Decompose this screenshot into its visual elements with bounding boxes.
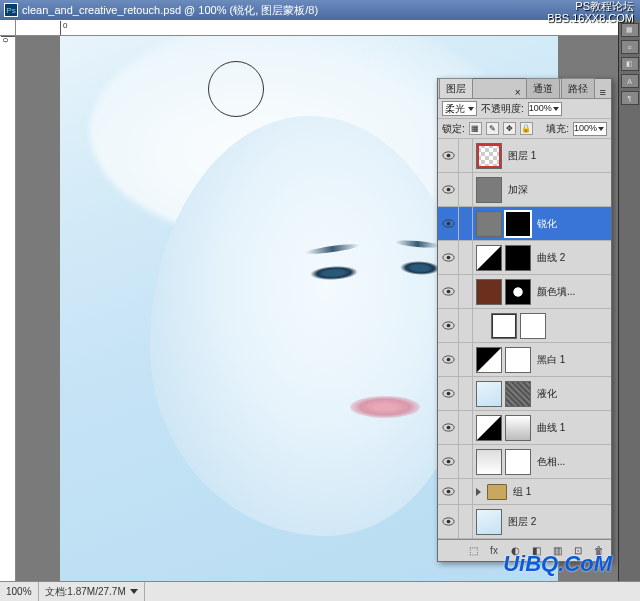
- link-layers-icon[interactable]: ⬚: [465, 544, 481, 558]
- link-column[interactable]: [459, 241, 473, 275]
- tab-channels[interactable]: 通道: [526, 78, 560, 98]
- lock-all-icon[interactable]: 🔒: [520, 122, 533, 135]
- dock-icon[interactable]: ¶: [621, 91, 639, 105]
- layer-thumb[interactable]: [476, 509, 502, 535]
- layer-thumb[interactable]: [476, 211, 502, 237]
- layers-list[interactable]: 图层 1加深锐化曲线 2颜色填...黑白 1液化曲线 1色相...组 1图层 2: [438, 139, 611, 539]
- panel-menu-icon[interactable]: ≡: [595, 86, 611, 98]
- link-column[interactable]: [459, 173, 473, 207]
- layer-thumb[interactable]: [476, 177, 502, 203]
- lock-position-icon[interactable]: ✥: [503, 122, 516, 135]
- link-column[interactable]: [459, 139, 473, 173]
- layers-panel[interactable]: 图层 × 通道 路径 ≡ 柔光 不透明度: 100% 锁定: ▦ ✎ ✥ 🔒 填…: [437, 78, 612, 562]
- dock-icon[interactable]: ≡: [621, 40, 639, 54]
- layer-name[interactable]: 色相...: [534, 455, 611, 469]
- lock-pixels-icon[interactable]: ✎: [486, 122, 499, 135]
- ruler-corner[interactable]: [0, 20, 16, 36]
- right-dock[interactable]: ▦ ≡ ◧ A ¶: [618, 20, 640, 581]
- link-column[interactable]: [459, 445, 473, 479]
- layer-fx-icon[interactable]: fx: [486, 544, 502, 558]
- layer-row[interactable]: 黑白 1: [438, 343, 611, 377]
- link-column[interactable]: [459, 275, 473, 309]
- visibility-eye-icon[interactable]: [438, 207, 459, 241]
- layer-thumb[interactable]: [520, 313, 546, 339]
- layer-thumb[interactable]: [476, 415, 502, 441]
- layer-thumb[interactable]: [505, 279, 531, 305]
- layer-thumb[interactable]: [491, 313, 517, 339]
- layer-name[interactable]: 锐化: [534, 217, 611, 231]
- layer-name[interactable]: 图层 1: [505, 149, 611, 163]
- visibility-eye-icon[interactable]: [438, 377, 459, 411]
- dock-icon[interactable]: ▦: [621, 23, 639, 37]
- chevron-down-icon[interactable]: [130, 589, 138, 594]
- dock-icon[interactable]: ◧: [621, 57, 639, 71]
- visibility-eye-icon[interactable]: [438, 139, 459, 173]
- layer-thumb[interactable]: [505, 347, 531, 373]
- layer-row[interactable]: 加深: [438, 173, 611, 207]
- layer-row[interactable]: 图层 1: [438, 139, 611, 173]
- expand-triangle-icon[interactable]: [476, 488, 481, 496]
- layer-thumb[interactable]: [505, 449, 531, 475]
- layer-thumb[interactable]: [476, 279, 502, 305]
- layer-thumb[interactable]: [505, 381, 531, 407]
- tab-close-icon[interactable]: ×: [511, 87, 525, 98]
- tab-layers[interactable]: 图层: [439, 78, 473, 98]
- link-column[interactable]: [459, 309, 473, 343]
- layer-name[interactable]: 液化: [534, 387, 611, 401]
- svg-point-5: [446, 222, 450, 226]
- lock-transparency-icon[interactable]: ▦: [469, 122, 482, 135]
- layer-thumb[interactable]: [505, 245, 531, 271]
- ruler-horizontal[interactable]: 0: [16, 20, 618, 36]
- layer-thumb[interactable]: [505, 415, 531, 441]
- visibility-eye-icon[interactable]: [438, 173, 459, 207]
- visibility-eye-icon[interactable]: [438, 411, 459, 445]
- doc-info[interactable]: 文档:1.87M/27.7M: [39, 582, 145, 601]
- layer-row[interactable]: 锐化: [438, 207, 611, 241]
- layer-name[interactable]: 颜色填...: [534, 285, 611, 299]
- link-column[interactable]: [459, 377, 473, 411]
- zoom-level[interactable]: 100%: [0, 582, 39, 601]
- visibility-eye-icon[interactable]: [438, 343, 459, 377]
- dock-icon[interactable]: A: [621, 74, 639, 88]
- lock-fill-row: 锁定: ▦ ✎ ✥ 🔒 填充: 100%: [438, 119, 611, 139]
- layer-row[interactable]: 曲线 1: [438, 411, 611, 445]
- layer-name[interactable]: 组 1: [510, 485, 611, 499]
- link-column[interactable]: [459, 411, 473, 445]
- blend-mode-dropdown[interactable]: 柔光: [442, 101, 477, 116]
- layer-thumb[interactable]: [487, 484, 507, 500]
- layer-name[interactable]: 曲线 2: [534, 251, 611, 265]
- visibility-eye-icon[interactable]: [438, 445, 459, 479]
- link-column[interactable]: [459, 505, 473, 539]
- visibility-eye-icon[interactable]: [438, 241, 459, 275]
- layer-name[interactable]: 加深: [505, 183, 611, 197]
- layer-row[interactable]: 液化: [438, 377, 611, 411]
- layer-thumb[interactable]: [476, 143, 502, 169]
- layer-row[interactable]: 曲线 2: [438, 241, 611, 275]
- layer-thumb[interactable]: [476, 381, 502, 407]
- visibility-eye-icon[interactable]: [438, 505, 459, 539]
- link-column[interactable]: [459, 343, 473, 377]
- layer-name[interactable]: 曲线 1: [534, 421, 611, 435]
- layer-row[interactable]: 组 1: [438, 479, 611, 505]
- layer-row[interactable]: 图层 2: [438, 505, 611, 539]
- opacity-input[interactable]: 100%: [528, 102, 562, 116]
- layer-thumbs: [473, 177, 505, 203]
- ruler-vertical[interactable]: 0: [0, 36, 16, 581]
- layer-name[interactable]: 图层 2: [505, 515, 611, 529]
- layer-thumb[interactable]: [476, 245, 502, 271]
- layer-thumbs: [484, 484, 510, 500]
- layer-name[interactable]: 黑白 1: [534, 353, 611, 367]
- layer-thumb[interactable]: [505, 211, 531, 237]
- visibility-eye-icon[interactable]: [438, 275, 459, 309]
- link-column[interactable]: [459, 475, 473, 509]
- visibility-eye-icon[interactable]: [438, 475, 459, 509]
- visibility-eye-icon[interactable]: [438, 309, 459, 343]
- layer-thumbs: [473, 143, 505, 169]
- layer-thumb[interactable]: [476, 449, 502, 475]
- layer-row[interactable]: [438, 309, 611, 343]
- layer-thumb[interactable]: [476, 347, 502, 373]
- layer-row[interactable]: 颜色填...: [438, 275, 611, 309]
- tab-paths[interactable]: 路径: [561, 78, 595, 98]
- fill-input[interactable]: 100%: [573, 122, 607, 136]
- link-column[interactable]: [459, 207, 473, 241]
